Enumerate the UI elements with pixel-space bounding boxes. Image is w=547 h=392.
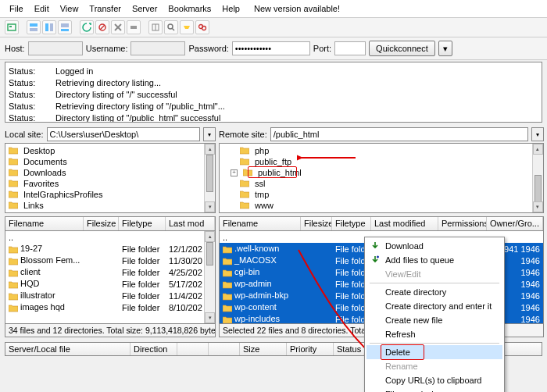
port-input[interactable] <box>334 41 366 55</box>
menu-view[interactable]: View <box>55 2 84 15</box>
password-label: Password: <box>188 44 228 53</box>
log-text: Directory listing of "/public_html" succ… <box>55 112 220 123</box>
ctx-copy-url[interactable]: Copy URL(s) to clipboard <box>366 373 502 387</box>
menu-help[interactable]: Help <box>217 2 245 15</box>
transfer-col[interactable]: Server/Local file <box>5 343 130 355</box>
menu-file[interactable]: File <box>5 2 28 15</box>
col-filetype[interactable]: Filetype <box>119 217 166 230</box>
refresh-icon[interactable] <box>80 20 94 34</box>
log-text: Retrieving directory listing of "/public… <box>55 101 225 112</box>
remote-path-input[interactable] <box>270 127 528 141</box>
log-text: Retrieving directory listing... <box>55 77 161 88</box>
transfer-col[interactable] <box>177 343 209 355</box>
process-queue-icon[interactable] <box>95 20 109 34</box>
tree-item[interactable]: Links <box>7 200 213 211</box>
table-row[interactable]: .. <box>5 231 215 243</box>
host-input[interactable] <box>28 41 83 55</box>
ctx-file-permissions[interactable]: File permissions... <box>366 387 502 392</box>
menu-edit[interactable]: Edit <box>30 2 54 15</box>
col-lastmod[interactable]: Last mod <box>166 217 215 230</box>
col-filename[interactable]: Filename <box>5 217 84 230</box>
remote-tree-scrollbar[interactable]: ▴▾ <box>532 144 543 212</box>
tree-item[interactable]: ssl <box>221 178 542 189</box>
menu-transfer[interactable]: Transfer <box>84 2 126 15</box>
compare-icon[interactable] <box>180 20 194 34</box>
ctx-create-directory-enter[interactable]: Create directory and enter it <box>366 299 502 313</box>
username-input[interactable] <box>130 41 185 55</box>
remote-path-dropdown[interactable]: ▾ <box>531 127 544 141</box>
search-icon[interactable] <box>195 20 209 34</box>
ctx-create-directory[interactable]: Create directory <box>366 285 502 299</box>
ctx-add-to-queue[interactable]: Add files to queue <box>366 253 502 267</box>
local-status-strip: 34 files and 12 directories. Total size:… <box>5 324 216 337</box>
table-row[interactable]: Blossom Fem...File folder11/30/20 <box>5 255 215 266</box>
toggle-tree-icon[interactable] <box>42 20 56 34</box>
cancel-icon[interactable] <box>111 20 125 34</box>
col-filesize[interactable]: Filesize <box>84 217 119 230</box>
tree-item[interactable]: Favorites <box>7 178 213 189</box>
table-row[interactable]: clientFile folder4/25/202 <box>5 266 215 278</box>
menu-server[interactable]: Server <box>127 2 162 15</box>
local-list-scrollbar[interactable]: ▴▾ <box>204 231 215 323</box>
ctx-separator <box>370 283 499 283</box>
log-label: Status: <box>9 77 48 88</box>
col-permissions[interactable]: Permissions <box>438 217 487 230</box>
quickconnect-button[interactable]: Quickconnect <box>369 41 435 56</box>
delete-highlight <box>381 344 424 360</box>
tree-item[interactable]: Desktop <box>7 145 213 156</box>
svg-rect-12 <box>130 26 137 29</box>
new-version-link[interactable]: New version available! <box>249 2 345 15</box>
ctx-delete[interactable]: Delete <box>366 345 502 359</box>
svg-rect-7 <box>61 29 69 31</box>
tree-item[interactable]: php <box>221 145 542 156</box>
password-input[interactable] <box>232 41 310 55</box>
col-filename[interactable]: Filename <box>220 217 301 230</box>
tree-item[interactable]: public_ftp <box>221 156 542 167</box>
ctx-rename: Rename <box>366 359 502 373</box>
ctx-create-file[interactable]: Create new file <box>366 313 502 327</box>
tree-item[interactable]: www <box>221 200 542 211</box>
disconnect-icon[interactable] <box>127 20 141 34</box>
remote-site-label: Remote site: <box>219 130 267 139</box>
col-filetype[interactable]: Filetype <box>332 217 371 230</box>
local-tree-scrollbar[interactable]: ▴▾ <box>204 144 215 212</box>
local-path-dropdown[interactable]: ▾ <box>203 127 216 141</box>
tree-item[interactable]: IntelGraphicsProfiles <box>7 189 213 200</box>
sitemanager-icon[interactable] <box>5 20 19 34</box>
col-owner[interactable]: Owner/Gro... <box>487 217 543 230</box>
toggle-log-icon[interactable] <box>27 20 41 34</box>
quickconnect-dropdown[interactable]: ▾ <box>438 41 452 56</box>
remote-list-header[interactable]: Filename Filesize Filetype Last modified… <box>219 216 544 230</box>
table-row[interactable]: images hqdFile folder8/10/202 <box>5 301 215 313</box>
remote-tree[interactable]: phppublic_ftp+public_htmlssltmpwww ▴▾ <box>219 143 544 213</box>
col-filesize[interactable]: Filesize <box>301 217 332 230</box>
toggle-queue-icon[interactable] <box>58 20 72 34</box>
log-text: Directory listing of "/" successful <box>55 89 177 100</box>
filter-icon[interactable] <box>164 20 178 34</box>
svg-rect-1 <box>9 26 12 27</box>
local-tree[interactable]: DesktopDocumentsDownloadsFavoritesIntelG… <box>5 143 216 213</box>
transfer-col[interactable] <box>209 343 240 355</box>
host-label: Host: <box>5 44 25 53</box>
local-list-header[interactable]: Filename Filesize Filetype Last mod <box>5 216 216 230</box>
ctx-refresh[interactable]: Refresh <box>366 327 502 341</box>
col-lastmod[interactable]: Last modified <box>371 217 438 230</box>
transfer-col[interactable]: Size <box>240 343 287 355</box>
menu-bookmarks[interactable]: Bookmarks <box>163 2 216 15</box>
table-row[interactable]: illustratorFile folder11/4/202 <box>5 290 215 301</box>
status-log[interactable]: Status:Logged inStatus:Retrieving direct… <box>5 62 542 123</box>
transfer-col[interactable]: Direction <box>130 343 177 355</box>
tree-item[interactable]: tmp <box>221 189 542 200</box>
ctx-download[interactable]: Download <box>366 239 502 253</box>
local-file-list[interactable]: ..19-27File folder12/1/202Blossom Fem...… <box>5 230 216 324</box>
table-row[interactable]: HQDFile folder5/17/202 <box>5 278 215 290</box>
log-label: Status: <box>9 112 48 123</box>
annotation-arrow-tree <box>297 152 359 163</box>
local-path-input[interactable] <box>47 127 200 141</box>
table-row[interactable]: 19-27File folder12/1/202 <box>5 243 215 255</box>
tree-item[interactable]: Downloads <box>7 167 213 178</box>
port-label: Port: <box>313 44 331 53</box>
tree-item[interactable]: Documents <box>7 156 213 167</box>
expand-icon[interactable]: + <box>231 169 238 176</box>
reconnect-icon[interactable] <box>148 20 163 34</box>
